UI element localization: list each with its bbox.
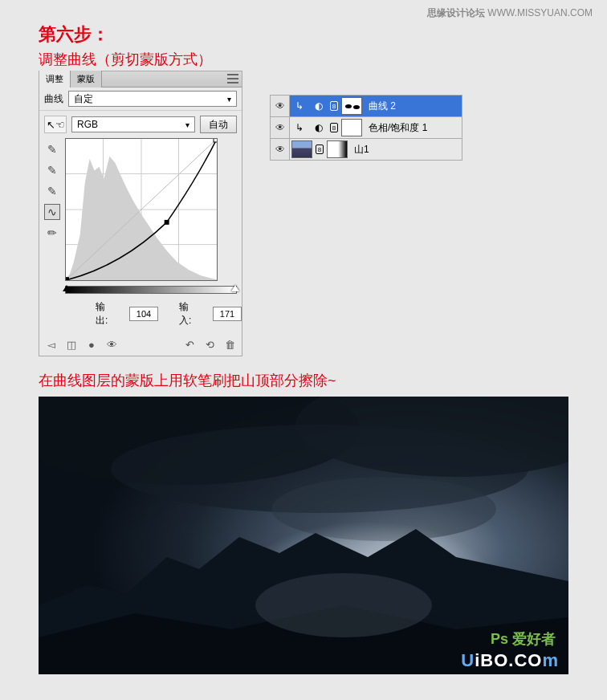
layer-row-curves2[interactable]: 👁 ↳ ◐ 8 曲线 2 [270, 95, 462, 117]
curve-point-highlight[interactable] [214, 139, 217, 142]
layer-row-huesat[interactable]: 👁 ↳ ◐ 8 色相/饱和度 1 [270, 116, 462, 139]
clip-indicator-icon: ↳ [292, 99, 307, 113]
curves-panel: 调整 蒙版 曲线 自定 ↖☜ RGB 自动 ✎ ✎ ✎ ∿ ✏ [39, 71, 242, 356]
visibility-toggle-icon[interactable]: 👁 [271, 139, 290, 160]
layer-mask-thumb[interactable] [327, 140, 348, 158]
instruction-text: 在曲线图层的蒙版上用软笔刷把山顶部分擦除~ [39, 371, 336, 390]
visibility-toggle-icon[interactable]: 👁 [271, 96, 290, 116]
eyedropper-black-icon[interactable]: ✎ [44, 141, 60, 157]
layers-panel: 👁 ↳ ◐ 8 曲线 2 👁 ↳ ◐ 8 色相/饱和度 1 👁 8 山1 [270, 95, 462, 160]
visibility-icon[interactable]: 👁 [104, 338, 119, 351]
eyedropper-tools: ✎ ✎ ✎ ∿ ✏ [44, 138, 62, 281]
output-label: 输出: [96, 300, 108, 328]
input-gradient[interactable] [65, 286, 237, 294]
adjustment-icon: ◐ [312, 120, 326, 135]
layer-name[interactable]: 山1 [354, 143, 369, 157]
preset-row: 曲线 自定 [39, 88, 242, 111]
tab-adjustments[interactable]: 调整 [39, 71, 71, 88]
panel-menu-icon[interactable] [227, 74, 238, 83]
panel-bottom-tools: ◅ ◫ ● 👁 ↶ ⟲ 🗑 [44, 338, 237, 351]
io-row: 输出: 输入: [39, 294, 242, 328]
curve-point-mid[interactable] [165, 220, 169, 225]
panel-tabbar: 调整 蒙版 [39, 71, 242, 88]
preset-label: 曲线 [44, 92, 68, 106]
trash-icon[interactable]: 🗑 [222, 338, 237, 351]
clip-icon[interactable]: ● [84, 338, 99, 351]
layer-thumb[interactable] [291, 140, 312, 158]
layer-row-mountain[interactable]: 👁 8 山1 [270, 138, 462, 161]
curves-graph[interactable] [65, 138, 218, 281]
black-slider[interactable] [63, 285, 71, 291]
clip-indicator-icon: ↳ [292, 120, 307, 135]
tab-masks[interactable]: 蒙版 [71, 71, 102, 88]
svg-point-12 [255, 573, 432, 637]
white-slider[interactable] [231, 285, 239, 291]
channel-row: ↖☜ RGB 自动 [39, 111, 242, 135]
visibility-toggle-icon[interactable]: 👁 [271, 117, 290, 138]
auto-button[interactable]: 自动 [200, 116, 237, 133]
prev-state-icon[interactable]: ↶ [182, 338, 197, 351]
output-value[interactable] [129, 307, 158, 321]
link-icon: 8 [316, 144, 324, 154]
reset-icon[interactable]: ⟲ [202, 338, 217, 351]
eyedropper-gray-icon[interactable]: ✎ [44, 162, 60, 178]
layer-mask-thumb[interactable] [341, 119, 362, 136]
preset-select[interactable]: 自定 [68, 91, 237, 107]
pencil-tool-icon[interactable]: ✏ [44, 225, 60, 241]
result-image: Ps 爱好者 UUiBO.COmiBO.COm [39, 397, 568, 674]
ps-watermark: Ps 爱好者 [491, 629, 556, 649]
layer-name[interactable]: 曲线 2 [369, 100, 396, 113]
link-icon: 8 [330, 101, 338, 111]
return-icon[interactable]: ◅ [44, 338, 59, 351]
step-title: 第六步： [39, 22, 109, 47]
curve-point-shadow[interactable] [66, 277, 69, 280]
input-label: 输入: [179, 300, 192, 328]
input-value[interactable] [213, 307, 242, 321]
expand-icon[interactable]: ◫ [64, 338, 79, 351]
adjustment-icon: ◐ [312, 99, 326, 113]
site-watermark: UUiBO.COmiBO.COm [461, 650, 559, 671]
link-icon: 8 [330, 123, 338, 132]
channel-select[interactable]: RGB [71, 116, 195, 132]
curve-tool-icon[interactable]: ∿ [44, 204, 60, 220]
step-subtitle: 调整曲线（剪切蒙版方式） [39, 50, 212, 69]
target-adjust-icon[interactable]: ↖☜ [44, 116, 67, 133]
eyedropper-white-icon[interactable]: ✎ [44, 183, 60, 199]
layer-name[interactable]: 色相/饱和度 1 [369, 121, 427, 135]
layer-mask-thumb[interactable] [341, 97, 362, 115]
watermark: 思缘设计论坛 WWW.MISSYUAN.COM [427, 6, 593, 20]
